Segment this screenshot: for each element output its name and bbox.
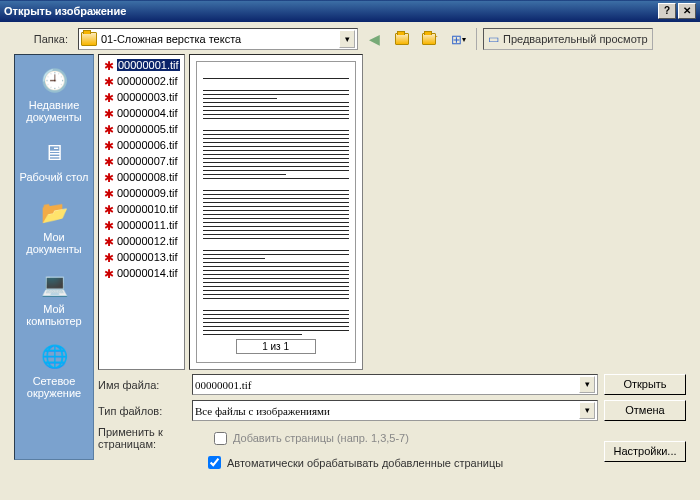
preview-document: 1 из 1 (196, 61, 356, 363)
tif-file-icon: ✱ (103, 235, 115, 247)
file-item[interactable]: ✱00000002.tif (101, 73, 182, 89)
file-name: 00000006.tif (117, 139, 178, 151)
file-name: 00000001.tif (117, 59, 180, 71)
file-item[interactable]: ✱00000007.tif (101, 153, 182, 169)
separator (476, 28, 477, 50)
chevron-down-icon[interactable]: ▾ (339, 30, 355, 48)
file-name: 00000012.tif (117, 235, 178, 247)
preview-icon: ▭ (488, 32, 499, 46)
close-button[interactable]: ✕ (678, 3, 696, 19)
file-item[interactable]: ✱00000010.tif (101, 201, 182, 217)
filetype-field[interactable]: ▾ (192, 400, 598, 421)
file-pane: ✱00000001.tif✱00000002.tif✱00000003.tif✱… (98, 54, 686, 469)
chevron-down-icon[interactable]: ▾ (579, 402, 595, 419)
file-item[interactable]: ✱00000009.tif (101, 185, 182, 201)
bottom-form: Имя файла: ▾ Тип файлов: ▾ Применить к с… (98, 374, 686, 469)
file-name: 00000002.tif (117, 75, 178, 87)
tif-file-icon: ✱ (103, 203, 115, 215)
tif-file-icon: ✱ (103, 251, 115, 263)
tif-file-icon: ✱ (103, 171, 115, 183)
file-name: 00000009.tif (117, 187, 178, 199)
back-button[interactable]: ◀ (362, 28, 386, 50)
place-desktop[interactable]: 🖥 Рабочий стол (17, 133, 91, 191)
autoprocess-checkbox[interactable] (208, 456, 221, 469)
tif-file-icon: ✱ (103, 139, 115, 151)
tif-file-icon: ✱ (103, 123, 115, 135)
file-item[interactable]: ✱00000011.tif (101, 217, 182, 233)
place-network[interactable]: 🌐 Сетевое окружение (17, 337, 91, 407)
folder-name: 01-Сложная верстка текста (101, 33, 339, 45)
file-item[interactable]: ✱00000005.tif (101, 121, 182, 137)
file-list[interactable]: ✱00000001.tif✱00000002.tif✱00000003.tif✱… (98, 54, 185, 370)
filename-label: Имя файла: (98, 379, 192, 391)
preview-panel: 1 из 1 (189, 54, 363, 370)
chevron-down-icon[interactable]: ▾ (579, 376, 595, 393)
file-item[interactable]: ✱00000003.tif (101, 89, 182, 105)
tif-file-icon: ✱ (103, 187, 115, 199)
autoprocess-label: Автоматически обрабатывать добавленные с… (227, 457, 503, 469)
file-item[interactable]: ✱00000008.tif (101, 169, 182, 185)
place-recent[interactable]: 🕘 Недавние документы (17, 61, 91, 131)
filetype-label: Тип файлов: (98, 405, 192, 417)
file-item[interactable]: ✱00000014.tif (101, 265, 182, 281)
title-bar: Открыть изображение ? ✕ (0, 0, 700, 22)
filename-input[interactable] (195, 379, 579, 391)
file-item[interactable]: ✱00000001.tif (101, 57, 182, 73)
preview-toggle[interactable]: ▭ Предварительный просмотр (483, 28, 653, 50)
places-bar: 🕘 Недавние документы 🖥 Рабочий стол 📂 Мо… (14, 54, 94, 460)
tif-file-icon: ✱ (103, 219, 115, 231)
file-name: 00000004.tif (117, 107, 178, 119)
cancel-button[interactable]: Отмена (604, 400, 686, 421)
documents-icon: 📂 (38, 197, 70, 229)
file-name: 00000014.tif (117, 267, 178, 279)
file-name: 00000011.tif (117, 219, 178, 231)
file-name: 00000007.tif (117, 155, 178, 167)
filetype-input[interactable] (195, 405, 579, 417)
file-item[interactable]: ✱00000013.tif (101, 249, 182, 265)
add-pages-label: Добавить страницы (напр. 1,3,5-7) (233, 432, 409, 444)
up-one-level-button[interactable]: ↑ (390, 28, 414, 50)
file-item[interactable]: ✱00000006.tif (101, 137, 182, 153)
place-computer[interactable]: 💻 Мой компьютер (17, 265, 91, 335)
toolbar: Папка: 01-Сложная верстка текста ▾ ◀ ↑ ✦… (0, 22, 700, 54)
file-name: 00000008.tif (117, 171, 178, 183)
tif-file-icon: ✱ (103, 155, 115, 167)
network-icon: 🌐 (38, 341, 70, 373)
tif-file-icon: ✱ (103, 267, 115, 279)
recent-icon: 🕘 (38, 65, 70, 97)
window-title: Открыть изображение (4, 5, 656, 17)
add-pages-checkbox[interactable] (214, 432, 227, 445)
file-name: 00000005.tif (117, 123, 178, 135)
page-indicator: 1 из 1 (236, 339, 316, 354)
preview-text-lines (203, 70, 349, 335)
file-name: 00000003.tif (117, 91, 178, 103)
tif-file-icon: ✱ (103, 91, 115, 103)
tif-file-icon: ✱ (103, 59, 115, 71)
tif-file-icon: ✱ (103, 75, 115, 87)
file-item[interactable]: ✱00000004.tif (101, 105, 182, 121)
apply-pages-label: Применить к страницам: (98, 426, 208, 450)
view-menu-button[interactable]: ⊞▾ (446, 28, 470, 50)
main-area: 🕘 Недавние документы 🖥 Рабочий стол 📂 Мо… (0, 54, 700, 477)
filename-field[interactable]: ▾ (192, 374, 598, 395)
tif-file-icon: ✱ (103, 107, 115, 119)
file-item[interactable]: ✱00000012.tif (101, 233, 182, 249)
settings-button[interactable]: Настройки... (604, 441, 686, 462)
computer-icon: 💻 (38, 269, 70, 301)
new-folder-button[interactable]: ✦ (418, 28, 442, 50)
file-name: 00000010.tif (117, 203, 178, 215)
folder-label: Папка: (14, 33, 74, 45)
folder-dropdown[interactable]: 01-Сложная верстка текста ▾ (78, 28, 358, 50)
folder-icon (81, 32, 97, 46)
place-documents[interactable]: 📂 Мои документы (17, 193, 91, 263)
open-button[interactable]: Открыть (604, 374, 686, 395)
help-button[interactable]: ? (658, 3, 676, 19)
file-name: 00000013.tif (117, 251, 178, 263)
desktop-icon: 🖥 (38, 137, 70, 169)
